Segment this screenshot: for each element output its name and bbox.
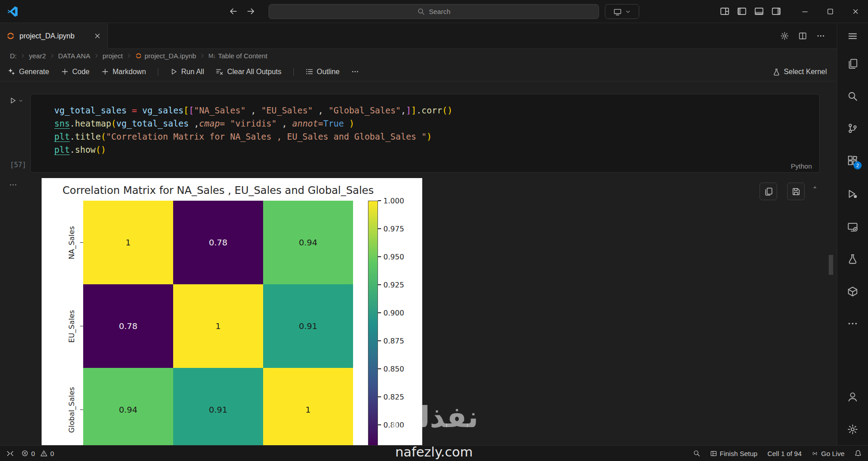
clear-all-outputs-button[interactable]: Clear All Outputs	[216, 68, 281, 76]
copy-output-button[interactable]	[760, 183, 777, 200]
explorer-icon[interactable]	[843, 54, 863, 74]
toolbar-more-button[interactable]	[351, 68, 359, 75]
toolbar-divider	[293, 68, 294, 76]
extensions-icon[interactable]: 2	[843, 151, 863, 170]
colorbar-tick-label: 1.000	[383, 197, 404, 205]
y-axis-tick	[80, 409, 83, 410]
tab-close-icon[interactable]	[94, 32, 101, 40]
scroll-top-caret-icon[interactable]	[812, 184, 818, 190]
toggle-primary-sidebar-icon[interactable]	[737, 6, 747, 16]
customize-layout-icon[interactable]	[720, 6, 730, 16]
extensions-badge: 2	[854, 161, 862, 169]
menu-icon[interactable]	[843, 26, 863, 46]
breadcrumb-label: project_DA.ipynb	[145, 52, 196, 60]
colorbar-tick	[378, 340, 381, 341]
colorbar-tick	[378, 256, 381, 257]
problems-indicator[interactable]: 0 0	[21, 450, 57, 457]
outline-label: Outline	[317, 68, 340, 76]
add-code-cell-button[interactable]: Code	[61, 68, 90, 76]
run-cell-button[interactable]	[9, 97, 24, 104]
heatmap-cell: 0.91	[173, 368, 263, 445]
breadcrumb-label: year2	[29, 52, 46, 60]
breadcrumb-item[interactable]: M↓Table of Content	[208, 52, 268, 60]
code-label: Code	[72, 68, 90, 76]
run-all-label: Run All	[181, 68, 204, 76]
remote-explorer-icon[interactable]	[843, 217, 863, 237]
add-markdown-cell-button[interactable]: Markdown	[101, 68, 146, 76]
editor-actions	[780, 23, 825, 48]
cell-code[interactable]: vg_total_sales = vg_sales[["NA_Sales" , …	[54, 104, 453, 156]
save-icon	[792, 187, 801, 196]
title-bar: Search	[0, 0, 868, 23]
heatmap-cell: 1	[83, 201, 173, 284]
y-axis-tick	[80, 326, 83, 327]
go-live-button[interactable]: Go Live	[811, 450, 844, 457]
settings-icon[interactable]	[843, 419, 863, 439]
minimize-button[interactable]	[792, 0, 817, 23]
output-gutter-more-icon[interactable]	[9, 181, 17, 189]
colorbar-tick	[378, 396, 381, 397]
cell-indicator[interactable]: Cell 1 of 94	[767, 450, 802, 457]
colorbar-tick-label: 0.950	[383, 253, 404, 261]
run-all-button[interactable]: Run All	[170, 68, 204, 76]
breadcrumb-label: DATA ANA	[58, 52, 90, 60]
code-line: vg_total_sales = vg_sales[["NA_Sales" , …	[54, 104, 453, 117]
error-count: 0	[31, 450, 35, 457]
heatmap-grid: 10.780.940.7810.910.940.911	[83, 201, 353, 445]
breadcrumb-item[interactable]: year2	[29, 52, 46, 60]
more-actions-icon[interactable]	[816, 32, 825, 40]
select-kernel-button[interactable]: Select Kernel	[773, 62, 827, 81]
maximize-button[interactable]	[817, 0, 843, 23]
colorbar-tick-label: 0.800	[383, 421, 404, 429]
split-editor-icon[interactable]	[798, 32, 807, 40]
breadcrumb: D:year2DATA ANAprojectproject_DA.ipynbM↓…	[0, 49, 837, 62]
colorbar-tick-label: 0.875	[383, 337, 404, 345]
remote-window-button[interactable]	[605, 4, 639, 19]
clear-all-label: Clear All Outputs	[227, 68, 281, 76]
containers-icon[interactable]	[843, 282, 863, 301]
account-icon[interactable]	[843, 387, 863, 407]
heatmap-cell: 1	[263, 368, 353, 445]
colorbar-tick	[378, 424, 381, 425]
search-icon[interactable]	[843, 86, 863, 106]
editor-scrollbar[interactable]	[829, 255, 833, 275]
tab-project-da-ipynb[interactable]: project_DA.ipynb	[0, 23, 108, 49]
breadcrumb-label: Table of Content	[218, 52, 267, 60]
save-output-button[interactable]	[787, 183, 805, 200]
command-center-search[interactable]: Search	[269, 4, 599, 19]
minimize-icon	[801, 8, 809, 15]
close-button[interactable]	[843, 0, 868, 23]
generate-button[interactable]: Generate	[8, 68, 49, 76]
breadcrumb-label: D:	[10, 52, 17, 60]
breadcrumb-separator-icon	[94, 53, 99, 59]
notebook-settings-gear-icon[interactable]	[780, 32, 789, 40]
plus-icon	[101, 68, 109, 75]
breadcrumb-item[interactable]: D:	[10, 52, 17, 60]
finish-setup-item[interactable]: Finish Setup	[710, 450, 757, 457]
run-cell-icon	[9, 97, 17, 104]
notifications-bell-icon[interactable]	[854, 450, 862, 457]
zoom-icon[interactable]	[693, 450, 700, 457]
colorbar-tick-label: 0.925	[383, 281, 404, 289]
breadcrumb-separator-icon	[49, 53, 55, 59]
more-views-icon[interactable]	[843, 314, 863, 334]
back-arrow-icon[interactable]	[228, 6, 238, 16]
warning-count: 0	[50, 450, 54, 457]
breadcrumb-item[interactable]: DATA ANA	[58, 52, 90, 60]
run-all-icon	[170, 68, 178, 75]
source-control-icon[interactable]	[843, 118, 863, 138]
testing-icon[interactable]	[843, 249, 863, 269]
toggle-secondary-sidebar-ic[interactable]	[771, 6, 781, 16]
toggle-panel-icon[interactable]	[754, 6, 764, 16]
jupyter-notebook-icon	[6, 32, 15, 40]
remote-indicator-icon[interactable]	[6, 450, 14, 457]
cell-language-picker[interactable]: Python	[791, 162, 812, 170]
history-nav	[228, 6, 256, 16]
outline-button[interactable]: Outline	[306, 68, 340, 76]
forward-arrow-icon[interactable]	[246, 6, 256, 16]
breadcrumb-item[interactable]: project_DA.ipynb	[135, 52, 196, 60]
breadcrumb-item[interactable]: project	[103, 52, 123, 60]
heatmap-cell: 0.78	[173, 201, 263, 284]
run-and-debug-icon[interactable]	[843, 184, 863, 204]
heatmap-cell: 0.94	[83, 368, 173, 445]
